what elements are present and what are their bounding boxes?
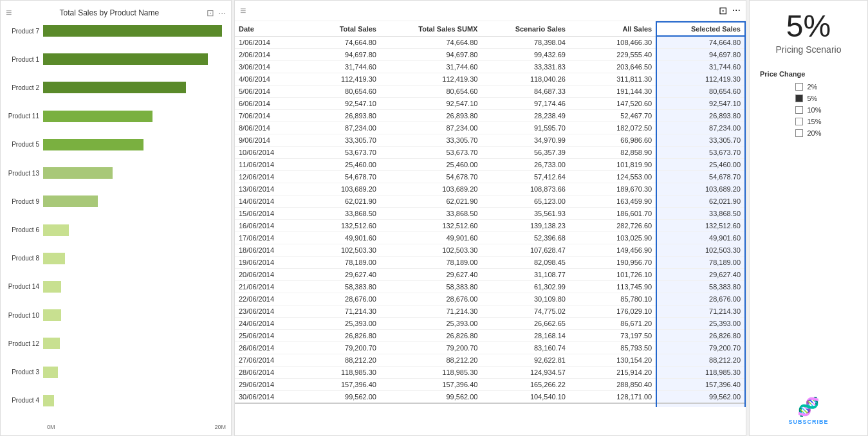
expand-icon[interactable]: ⊡ bbox=[207, 8, 214, 18]
table-cell: 99,562.00 bbox=[656, 391, 745, 404]
bar-row[interactable]: Product 3 bbox=[6, 367, 226, 378]
table-cell: 1/06/2014 bbox=[235, 36, 300, 49]
more-icon[interactable]: ··· bbox=[218, 8, 226, 18]
bar-row[interactable]: Product 5 bbox=[6, 139, 226, 150]
total-cell: 73,971,604.60 bbox=[656, 403, 745, 407]
legend-item[interactable]: 5% bbox=[795, 95, 821, 102]
table-cell: 79,200.70 bbox=[300, 342, 380, 354]
table-cell: 26,893.80 bbox=[380, 110, 481, 122]
table-cell: 92,547.10 bbox=[300, 98, 380, 110]
table-cell: 31,744.60 bbox=[380, 61, 481, 73]
bar-container bbox=[43, 395, 226, 406]
legend-checkbox[interactable] bbox=[795, 95, 803, 102]
column-header-total-sales[interactable]: Total Sales bbox=[300, 22, 380, 36]
table-row: 19/06/201478,189.0078,189.0082,098.45190… bbox=[235, 257, 745, 269]
bar-row[interactable]: Product 12 bbox=[6, 338, 226, 349]
table-cell: 49,901.60 bbox=[300, 232, 380, 244]
bar bbox=[43, 367, 58, 378]
x-axis-end: 20M bbox=[214, 424, 226, 430]
table-cell: 74,664.80 bbox=[380, 36, 481, 49]
bar-row[interactable]: Product 11 bbox=[6, 111, 226, 122]
table-cell: 132,512.60 bbox=[656, 220, 745, 232]
table-cell: 163,459.90 bbox=[569, 195, 656, 208]
table-cell: 165,266.22 bbox=[481, 379, 569, 391]
right-panel: 5% Pricing Scenario Price Change 2%5%10%… bbox=[749, 0, 868, 436]
column-header-selected-sales[interactable]: Selected Sales bbox=[656, 22, 745, 36]
legend-label: 5% bbox=[807, 95, 817, 102]
table-row: 20/06/201429,627.4029,627.4031,108.77101… bbox=[235, 269, 745, 281]
table-cell: 71,214.30 bbox=[656, 305, 745, 318]
bar-row[interactable]: Product 10 bbox=[6, 309, 226, 321]
bar-row[interactable]: Product 13 bbox=[6, 167, 226, 179]
table-row: 6/06/201492,547.1092,547.1097,174.46147,… bbox=[235, 98, 745, 110]
table-cell: 282,726.60 bbox=[569, 220, 656, 232]
table-scroll-area[interactable]: DateTotal SalesTotal Sales SUMXScenario … bbox=[235, 21, 746, 407]
subscribe-area: 🧬 SUBSCRIBE bbox=[788, 396, 828, 425]
bar-row[interactable]: Product 7 bbox=[6, 25, 226, 37]
table-cell: 3/06/2014 bbox=[235, 61, 300, 73]
table-cell: 87,234.00 bbox=[380, 122, 481, 134]
total-cell: Total bbox=[235, 403, 300, 407]
table-cell: 94,697.80 bbox=[656, 49, 745, 61]
bar-row[interactable]: Product 6 bbox=[6, 224, 226, 236]
column-header-all-sales[interactable]: All Sales bbox=[569, 22, 656, 36]
table-cell: 85,793.50 bbox=[569, 342, 656, 354]
bar-label: Product 13 bbox=[6, 170, 43, 177]
legend-checkbox[interactable] bbox=[795, 83, 803, 91]
bar-label: Product 1 bbox=[6, 56, 43, 63]
table-cell: 80,654.60 bbox=[656, 86, 745, 98]
table-cell: 33,868.50 bbox=[300, 208, 380, 220]
table-row: 21/06/201458,383.8058,383.8061,302.99113… bbox=[235, 281, 745, 293]
table-row: 13/06/2014103,689.20103,689.20108,873.66… bbox=[235, 183, 745, 195]
table-cell: 92,547.10 bbox=[380, 98, 481, 110]
table-cell: 132,512.60 bbox=[380, 220, 481, 232]
subscribe-text[interactable]: SUBSCRIBE bbox=[788, 419, 828, 425]
table-cell: 112,419.30 bbox=[656, 73, 745, 86]
legend-checkbox[interactable] bbox=[795, 118, 803, 125]
drag-handle-icon[interactable]: ≡ bbox=[6, 7, 12, 19]
bar-row[interactable]: Product 1 bbox=[6, 53, 226, 65]
table-cell: 80,654.60 bbox=[300, 86, 380, 98]
bar bbox=[43, 281, 61, 293]
legend-item[interactable]: 15% bbox=[795, 118, 821, 125]
legend-item[interactable]: 10% bbox=[795, 106, 821, 114]
legend-item[interactable]: 20% bbox=[795, 129, 821, 137]
bar bbox=[43, 195, 98, 207]
legend-checkbox[interactable] bbox=[795, 129, 803, 137]
legend-label: 15% bbox=[807, 118, 821, 125]
table-cell: 25,460.00 bbox=[656, 159, 745, 171]
legend-item[interactable]: 2% bbox=[795, 83, 821, 91]
legend-checkbox[interactable] bbox=[795, 106, 803, 114]
table-cell: 54,678.70 bbox=[300, 171, 380, 183]
bar-label: Product 5 bbox=[6, 141, 43, 148]
table-row: 23/06/201471,214.3071,214.3074,775.02176… bbox=[235, 305, 745, 318]
table-cell: 94,697.80 bbox=[380, 49, 481, 61]
table-cell: 147,520.60 bbox=[569, 98, 656, 110]
column-header-total-sales-sumx[interactable]: Total Sales SUMX bbox=[380, 22, 481, 36]
table-cell: 190,956.70 bbox=[569, 257, 656, 269]
table-row: 18/06/2014102,503.30102,503.30107,628.47… bbox=[235, 244, 745, 257]
table-cell: 53,673.70 bbox=[656, 147, 745, 159]
bar-row[interactable]: Product 2 bbox=[6, 82, 226, 93]
table-cell: 112,419.30 bbox=[380, 73, 481, 86]
table-cell: 99,562.00 bbox=[300, 391, 380, 404]
bar-row[interactable]: Product 8 bbox=[6, 253, 226, 264]
table-expand-icon[interactable]: ⊡ bbox=[719, 5, 727, 17]
table-cell: 191,144.30 bbox=[569, 86, 656, 98]
table-cell: 28/06/2014 bbox=[235, 367, 300, 379]
table-drag-handle[interactable]: ≡ bbox=[240, 5, 246, 17]
column-header-scenario-sales[interactable]: Scenario Sales bbox=[481, 22, 569, 36]
left-panel-title: Total Sales by Product Name bbox=[59, 8, 159, 17]
bar-row[interactable]: Product 9 bbox=[6, 195, 226, 207]
table-row: 2/06/201494,697.8094,697.8099,432.69229,… bbox=[235, 49, 745, 61]
table-more-icon[interactable]: ··· bbox=[732, 5, 741, 17]
bar-label: Product 2 bbox=[6, 84, 43, 91]
table-cell: 61,302.99 bbox=[481, 281, 569, 293]
table-cell: 5/06/2014 bbox=[235, 86, 300, 98]
table-row: 27/06/201488,212.2088,212.2092,622.81130… bbox=[235, 354, 745, 367]
bar-row[interactable]: Product 4 bbox=[6, 395, 226, 406]
bar-row[interactable]: Product 14 bbox=[6, 281, 226, 293]
column-header-date[interactable]: Date bbox=[235, 22, 300, 36]
table-cell: 102,503.30 bbox=[380, 244, 481, 257]
bar-label: Product 4 bbox=[6, 397, 43, 404]
